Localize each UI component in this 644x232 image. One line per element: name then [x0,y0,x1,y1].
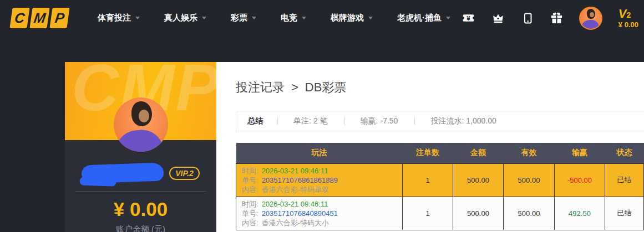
col-header-win-loss: 输赢 [555,143,605,163]
win-loss-cell: -500.00 [555,163,605,197]
col-header-valid: 有效 [504,143,555,163]
header-actions: ¥ [462,0,644,36]
play-cell: 时间:2026-03-21 09:46:11 单号:20351710768618… [236,163,403,197]
bet-records-table: 玩法 注单数 金额 有效 输赢 状态 时间:2026-03-21 09:46:1… [236,143,644,230]
mobile-icon[interactable] [520,11,535,25]
account-balance: ¥ 0.00 [65,198,216,220]
logo-letter-box: M [29,8,49,28]
nav-label: 棋牌游戏 [331,13,364,23]
logo-letter: P [54,8,66,28]
amount-cell: 500.00 [453,197,504,230]
nav-label: 真人娱乐 [164,13,197,23]
col-header-bet-count: 注单数 [403,143,453,163]
chevron-down-icon [446,17,450,19]
col-header-play: 玩法 [236,143,403,163]
summary-title: 总结 [236,116,277,126]
breadcrumb-separator: > [291,80,298,95]
user-level-balance[interactable]: V2 ¥ 0.00 [618,7,638,29]
chevron-down-icon [302,17,306,19]
username-row: VIP.2 [65,164,216,182]
nav-item-esports[interactable]: 电竞 [281,13,306,23]
nav-item-slots-fishing[interactable]: 老虎机·捕鱼 [397,13,450,23]
nav-item-sports[interactable]: 体育投注 [98,13,140,23]
nav-item-live-casino[interactable]: 真人娱乐 [164,13,206,23]
summary-bet-count: 单注:2 笔 [278,116,344,126]
nav-item-board-games[interactable]: 棋牌游戏 [331,13,373,23]
vip-level: V2 [618,7,638,20]
col-header-amount: 金额 [453,143,504,163]
play-cell: 时间:2026-03-21 09:46:11 单号:20351710768408… [236,197,403,230]
valid-cell: 500.00 [504,163,555,197]
amount-cell: 500.00 [453,163,504,197]
nav-label: 体育投注 [98,13,131,23]
nav-item-lottery[interactable]: 彩票 [231,13,256,23]
divider [75,191,206,192]
bet-count-cell: 1 [403,197,453,230]
nav-label: 彩票 [231,13,247,23]
order-number-link[interactable]: 2035171076840890451 [262,209,338,218]
bet-count-cell: 1 [403,163,453,197]
main-content: 投注记录 > DB彩票 总结 单注:2 笔 输赢:-7.50 投注流水:1,00… [216,62,644,232]
row-time: 时间:2026-03-21 09:46:11 [242,166,397,176]
summary-turnover: 投注流水:1,000.00 [415,116,513,126]
status-cell: 已结 [605,163,644,197]
gift-icon[interactable] [550,11,564,25]
top-header: C M P 体育投注 真人娱乐 彩票 电竞 棋牌游戏 老虎机·捕鱼 ¥ [0,0,644,36]
logo-letter: M [32,8,47,28]
avatar-face [590,12,594,17]
avatar[interactable] [579,7,602,30]
status-cell: 已结 [605,197,644,230]
col-header-status: 状态 [605,143,644,163]
crown-icon[interactable] [491,11,505,25]
main-nav: 体育投注 真人娱乐 彩票 电竞 棋牌游戏 老虎机·捕鱼 [98,13,450,23]
valid-cell: 500.00 [504,197,555,230]
username-redacted [82,162,164,183]
ticket-icon[interactable]: ¥ [462,11,476,25]
svg-text:¥: ¥ [467,15,471,22]
table-row[interactable]: 时间:2026-03-21 09:46:11 单号:20351710768408… [236,197,644,230]
logo-letter-box: P [49,8,69,28]
breadcrumb-current: DB彩票 [305,79,347,96]
chevron-down-icon [252,17,256,19]
brand-logo[interactable]: C M P [11,8,71,28]
row-order: 单号:2035171076861861889 [242,176,397,185]
summary-win-loss: 输赢:-7.50 [345,116,415,126]
chevron-down-icon [202,17,206,19]
nav-label: 老虎机·捕鱼 [397,13,442,23]
summary-bar: 总结 单注:2 笔 输赢:-7.50 投注流水:1,000.00 [236,111,644,131]
breadcrumb: 投注记录 > DB彩票 [236,79,346,96]
table-header-row: 玩法 注单数 金额 有效 输赢 状态 [236,143,644,163]
win-loss-cell: 492.50 [555,197,605,230]
breadcrumb-parent[interactable]: 投注记录 [236,79,285,96]
avatar-torso [114,127,164,152]
logo-letter-box: C [9,8,29,28]
logo-letter: C [13,8,26,28]
chevron-down-icon [368,17,373,19]
profile-sidebar: CMP VIP.2 ¥ 0.00 账户余额 (元) [65,62,216,232]
table-row[interactable]: 时间:2026-03-21 09:46:11 单号:20351710768618… [236,163,644,197]
account-balance-label: 账户余额 (元) [65,224,216,232]
order-number-link[interactable]: 2035171076861861889 [262,176,338,184]
avatar-face [139,110,150,123]
vip-badge: VIP.2 [169,167,199,180]
avatar-torso [580,19,600,30]
nav-label: 电竞 [281,13,297,23]
chevron-down-icon [135,17,140,19]
profile-avatar[interactable] [114,97,168,152]
row-time: 时间:2026-03-21 09:46:11 [242,199,397,209]
row-content: 内容:香港六合彩-特码大小 [242,218,397,228]
row-order: 单号:2035171076840890451 [242,209,397,218]
row-content: 内容:香港六合彩-特码单双 [242,185,397,194]
header-balance: ¥ 0.00 [618,21,638,29]
